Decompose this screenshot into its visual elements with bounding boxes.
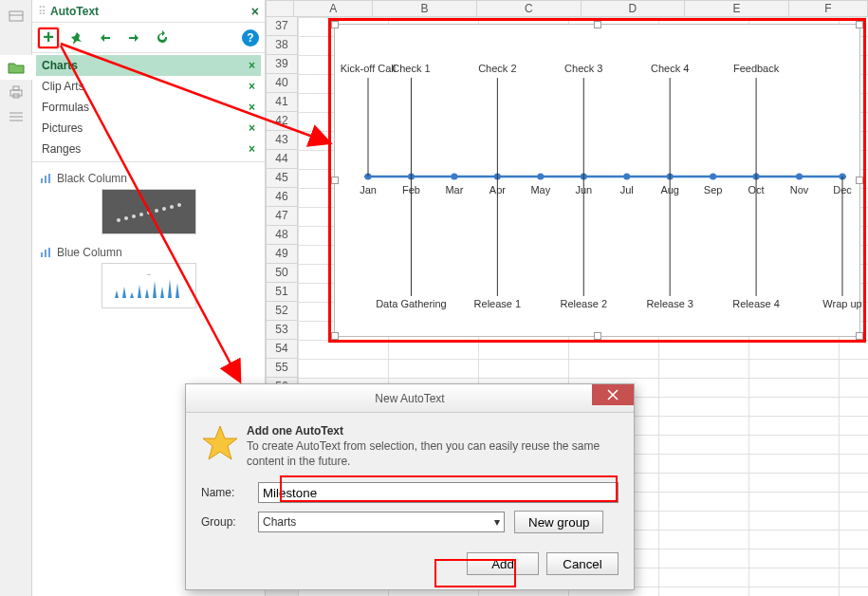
row-header[interactable]: 46 [266, 188, 298, 207]
row-header[interactable]: 51 [266, 283, 298, 302]
row-header[interactable]: 39 [266, 55, 298, 74]
delete-icon[interactable]: × [249, 142, 255, 156]
new-autotext-dialog: New AutoText Add one AutoText To create … [185, 383, 635, 590]
row-header[interactable]: 44 [266, 150, 298, 169]
timeline-chart[interactable]: JanFebMarAprMayJunJulAugSepOctNovDecKick… [334, 24, 860, 337]
svg-point-42 [537, 174, 544, 180]
group-select[interactable]: Charts ▾ [258, 512, 505, 532]
row-header[interactable]: 38 [266, 36, 298, 55]
column-header[interactable]: E [685, 0, 789, 17]
svg-text:Check 4: Check 4 [651, 63, 689, 74]
refresh-button[interactable] [152, 28, 173, 48]
pin-button[interactable] [66, 28, 87, 48]
row-header[interactable]: 37 [266, 17, 298, 36]
group-label: Group: [201, 515, 249, 529]
side-tab-strip [0, 0, 32, 596]
svg-rect-0 [9, 11, 23, 21]
svg-marker-30 [160, 287, 164, 298]
svg-text:~: ~ [146, 270, 151, 279]
dialog-titlebar[interactable]: New AutoText [186, 384, 634, 413]
svg-marker-29 [153, 281, 157, 298]
svg-rect-3 [13, 86, 19, 90]
panel-close-button[interactable]: × [251, 4, 259, 19]
svg-rect-21 [45, 250, 46, 257]
row-header[interactable]: 40 [266, 74, 298, 93]
column-header[interactable]: C [477, 0, 582, 17]
preview-black-column[interactable]: Black Column [40, 172, 257, 234]
add-button[interactable]: Add [467, 552, 539, 575]
chart-icon [40, 173, 53, 184]
side-tab-print[interactable] [0, 80, 32, 104]
preview-thumb: ~ [102, 263, 196, 308]
row-header[interactable]: 52 [266, 302, 298, 321]
row-header[interactable]: 53 [266, 321, 298, 340]
delete-icon[interactable]: × [249, 121, 255, 135]
row-header[interactable]: 43 [266, 131, 298, 150]
side-tab-list[interactable] [0, 104, 32, 129]
row-header[interactable]: 47 [266, 207, 298, 226]
svg-text:Check 2: Check 2 [478, 63, 516, 74]
row-header[interactable]: 49 [266, 245, 298, 264]
row-header[interactable]: 50 [266, 264, 298, 283]
dialog-close-button[interactable] [592, 384, 634, 405]
preview-blue-column[interactable]: Blue Column ~ [40, 246, 257, 308]
svg-marker-25 [122, 287, 126, 298]
chart-svg: JanFebMarAprMayJunJulAugSepOctNovDecKick… [335, 25, 861, 338]
name-label: Name: [201, 486, 249, 499]
svg-text:Jul: Jul [620, 184, 634, 196]
column-header[interactable] [266, 0, 294, 17]
column-header[interactable]: D [582, 0, 686, 17]
category-pictures[interactable]: Pictures × [36, 118, 261, 139]
svg-rect-8 [41, 178, 43, 183]
category-list: Charts × Clip Arts × Formulas × Pictures… [32, 53, 265, 162]
svg-text:Jan: Jan [360, 184, 377, 196]
row-header[interactable]: 54 [266, 340, 298, 359]
category-cliparts[interactable]: Clip Arts × [36, 76, 261, 97]
svg-point-12 [124, 216, 128, 220]
panel-title: AutoText [50, 5, 251, 18]
category-charts[interactable]: Charts × [36, 55, 261, 76]
svg-point-14 [139, 213, 143, 216]
svg-text:Release 4: Release 4 [732, 298, 780, 309]
preview-area: Black Column Blue Column ~ [32, 162, 265, 329]
svg-text:Kick-off Call: Kick-off Call [341, 63, 396, 74]
side-tab-folder[interactable] [0, 55, 32, 80]
svg-text:May: May [530, 184, 550, 196]
new-group-button[interactable]: New group [514, 511, 603, 533]
row-header[interactable]: 48 [266, 226, 298, 245]
svg-text:Data Gathering: Data Gathering [376, 298, 447, 309]
preview-label: Black Column [57, 172, 127, 185]
svg-text:Wrap up: Wrap up [822, 298, 861, 309]
row-header[interactable]: 42 [266, 112, 298, 131]
svg-point-54 [796, 174, 803, 180]
row-header[interactable]: 41 [266, 93, 298, 112]
name-input[interactable] [258, 482, 619, 503]
category-label: Ranges [42, 142, 249, 156]
category-label: Formulas [42, 101, 249, 114]
category-formulas[interactable]: Formulas × [36, 97, 261, 118]
side-tab-generic-1[interactable] [0, 4, 32, 28]
chart-icon [40, 247, 53, 258]
delete-icon[interactable]: × [249, 59, 255, 72]
delete-icon[interactable]: × [249, 101, 255, 114]
row-header[interactable]: 45 [266, 169, 298, 188]
add-autotext-button[interactable]: + [38, 28, 59, 48]
svg-point-50 [710, 174, 716, 180]
svg-rect-20 [41, 252, 43, 257]
cancel-button[interactable]: Cancel [546, 552, 619, 575]
category-label: Pictures [42, 121, 249, 135]
delete-icon[interactable]: × [249, 80, 255, 93]
export-button[interactable] [123, 28, 144, 48]
svg-point-13 [132, 214, 136, 218]
column-header[interactable]: B [373, 0, 477, 17]
help-button[interactable]: ? [242, 29, 259, 47]
column-header[interactable]: A [294, 0, 373, 17]
category-label: Charts [42, 59, 249, 72]
category-ranges[interactable]: Ranges × [36, 139, 261, 159]
chevron-down-icon: ▾ [494, 515, 500, 529]
row-header[interactable]: 55 [266, 359, 298, 378]
import-button[interactable] [95, 28, 116, 48]
svg-text:Mar: Mar [445, 184, 463, 196]
column-header[interactable]: F [789, 0, 868, 17]
category-label: Clip Arts [42, 80, 249, 93]
